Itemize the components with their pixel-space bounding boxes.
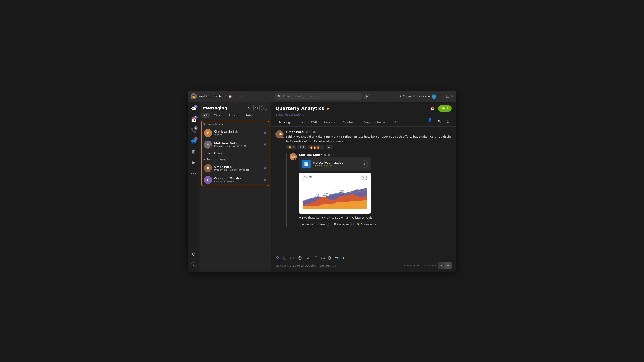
gif-icon[interactable]: GIF: [304, 256, 312, 260]
sidebar-item-calendar[interactable]: 📅 1: [189, 115, 198, 124]
messaging-header: Messaging ↻ ✕↻ +: [200, 102, 271, 113]
reaction-heart[interactable]: ❤️ 1: [298, 145, 306, 149]
clarissa-thread-avatar: CS: [290, 153, 297, 160]
download-button[interactable]: ⬇: [361, 160, 368, 168]
contact-matthew[interactable]: M — Matthew Baker Do Not Disturb until 1…: [202, 139, 268, 150]
reaction-clap[interactable]: 👏 1: [286, 145, 296, 149]
send-button[interactable]: ➤: [444, 262, 452, 269]
chart-top-left: ANALYSIS: [302, 176, 312, 178]
video-icon[interactable]: 📷: [334, 256, 339, 260]
chat-header-right: 📅 Meet: [429, 105, 452, 112]
monitor-icon: 🖥: [399, 95, 402, 98]
tab-all[interactable]: All: [201, 113, 210, 118]
file-attachment[interactable]: 📄 project-roadmap.doc 24 KB • ✔ Safe: [299, 157, 370, 171]
clarissa-thread-header: Clarissa Smith 8:28 AM: [299, 153, 452, 156]
collapse-label: Collapse: [337, 223, 348, 226]
feature-launch-chevron: ▼: [204, 158, 205, 161]
svg-point-3: [335, 193, 336, 194]
more-tabs-button[interactable]: +3 ▾: [391, 119, 400, 126]
title-bar-right: 🖥 Connect to a device 🌐 — ❐ ✕: [371, 94, 454, 99]
meet-button[interactable]: Meet: [438, 105, 452, 111]
close-button[interactable]: ✕: [451, 95, 454, 98]
calendar-header-button[interactable]: 📅: [429, 105, 436, 112]
reaction-smile[interactable]: 😊: [326, 145, 332, 149]
sidebar-item-chat[interactable]: 💬 4: [189, 104, 198, 114]
sidebar-item-help[interactable]: ?: [189, 260, 198, 270]
feature-launch-header[interactable]: ▼ Feature launch: [202, 156, 268, 162]
attach-icon[interactable]: 📎: [276, 256, 280, 260]
sidebar-item-people[interactable]: 👥 1: [189, 136, 198, 146]
tab-spaces[interactable]: Spaces: [226, 113, 242, 118]
nav-forward[interactable]: ›: [240, 94, 245, 99]
common-unread: [264, 179, 266, 181]
tab-direct[interactable]: Direct: [211, 113, 225, 118]
send-group: ▾ ➤: [438, 262, 452, 269]
reaction-fire[interactable]: 🔥🔥🔥 3: [308, 145, 324, 149]
refresh-button[interactable]: ↻: [246, 105, 252, 111]
search-bar[interactable]: 🔍 Search, meet, and call: [274, 93, 362, 100]
settings-chat-icon[interactable]: ⚙: [444, 118, 452, 125]
sidebar-item-play[interactable]: ▶: [189, 158, 198, 167]
sidebar-item-calls[interactable]: 📞 1: [189, 125, 198, 135]
mention-icon[interactable]: @: [321, 256, 325, 260]
add-people-icon[interactable]: 👤+: [428, 118, 435, 125]
maximize-button[interactable]: ❐: [446, 95, 449, 98]
tab-public[interactable]: Public: [242, 113, 256, 118]
globe-icon[interactable]: 🌐: [432, 94, 436, 99]
input-row: Shift + Enter for a new line ▾ ➤: [276, 262, 452, 269]
add-button[interactable]: +: [364, 94, 370, 99]
connect-device-button[interactable]: 🖥 Connect to a device: [399, 95, 430, 98]
reactions-row: 👏 1 ❤️ 1 🔥🔥🔥 3 😊: [286, 145, 452, 149]
summarize-button[interactable]: ✨ Summarize: [353, 222, 379, 227]
common-status: Usability research: [214, 180, 262, 183]
collapse-button[interactable]: ⊞ Collapse: [331, 222, 352, 227]
favorites-header[interactable]: ▼ Favorites ★: [202, 121, 268, 127]
tab-messages[interactable]: Messages: [276, 119, 297, 126]
new-chat-button[interactable]: +: [261, 105, 267, 111]
user-avatar[interactable]: 👩: [190, 93, 197, 99]
message-input-field[interactable]: [276, 264, 402, 267]
textformat-icon[interactable]: ⊡: [283, 256, 286, 260]
emoji-icon[interactable]: 😊: [298, 256, 302, 260]
summarize-label: Summarize: [361, 223, 376, 226]
thread-message-clarissa: CS Clarissa Smith 8:28 AM 📄: [290, 153, 452, 227]
umar-msg-name: Umar Patel: [286, 130, 304, 134]
window-controls: — ❐ ✕: [442, 95, 454, 98]
local-team-header[interactable]: › Local team: [202, 150, 268, 156]
svg-point-1: [315, 196, 316, 198]
favorites-star: ★: [221, 123, 224, 126]
search-chat-icon[interactable]: 🔍: [436, 118, 443, 125]
send-dropdown-button[interactable]: ▾: [438, 262, 444, 269]
umar-status: Presenting • At the office 🏢: [214, 168, 262, 171]
message-group-umar: UP — Umar Patel 8:12 AM I think we shoul…: [276, 130, 452, 149]
clarissa-name: Clarissa Smith: [214, 130, 262, 133]
more-icon: •••: [191, 172, 196, 175]
tab-people[interactable]: People (24): [297, 119, 321, 126]
thread-actions: ↩ Reply to thread ⊞ Collapse ✨ Summarize: [299, 222, 452, 227]
sidebar-item-more[interactable]: •••: [189, 168, 198, 178]
nav-back[interactable]: ‹: [234, 94, 239, 99]
main-layout: 💬 4 📅 1 📞 1 👥 1 ⊞ ▶ •••: [188, 102, 456, 272]
chat-star-button[interactable]: ★: [326, 106, 330, 111]
contact-umar[interactable]: U — Umar Patel Presenting • At the offic…: [202, 162, 268, 174]
sidebar-item-apps[interactable]: ⊞: [189, 147, 198, 157]
svg-point-2: [326, 195, 327, 196]
common-avatar: C: [204, 176, 212, 184]
sidebar-item-settings[interactable]: ⚙: [189, 249, 198, 259]
matthew-avatar: M —: [204, 141, 212, 149]
tab-progress-tracker[interactable]: Progress Tracker: [360, 119, 391, 126]
image-icon[interactable]: 🖼: [328, 256, 332, 260]
contact-clarissa[interactable]: C Clarissa Smith Active: [202, 127, 268, 139]
chart-svg: 6302 2956 6557 5642 6717 3950 24955: [302, 182, 367, 209]
sidebar-icons: 💬 4 📅 1 📞 1 👥 1 ⊞ ▶ •••: [188, 102, 200, 272]
reply-to-thread-button[interactable]: ↩ Reply to thread: [299, 222, 329, 227]
chart-label-right: 2493 7658: [362, 176, 367, 181]
contact-common-metrics[interactable]: C Common Metrics Usability research: [202, 174, 268, 186]
filter-button[interactable]: ✕↻: [253, 105, 260, 111]
sticker-icon[interactable]: 🗒: [314, 256, 318, 260]
ai-icon[interactable]: ✦: [342, 256, 345, 260]
format-icon[interactable]: T↑: [289, 256, 295, 260]
minimize-button[interactable]: —: [442, 95, 444, 98]
tab-content[interactable]: Content: [321, 119, 340, 126]
tab-meetings[interactable]: Meetings: [339, 119, 360, 126]
